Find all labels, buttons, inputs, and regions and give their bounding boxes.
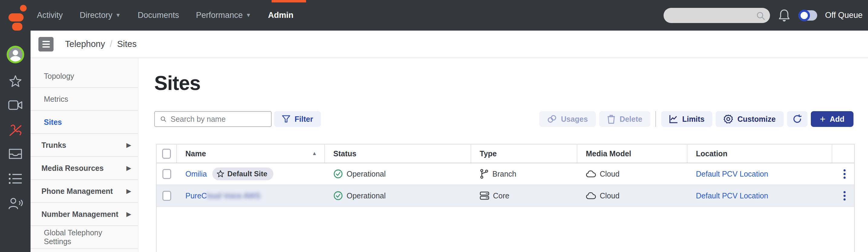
cloud-icon [586, 192, 596, 200]
sites-search [154, 111, 272, 127]
cloud-icon [586, 170, 596, 178]
location-link[interactable]: Default PCV Location [696, 170, 768, 178]
status-operational-icon [333, 169, 343, 179]
filter-funnel-icon [282, 115, 290, 123]
sidebar-item-number-management[interactable]: Number Management ▶ [31, 203, 138, 226]
nav-performance[interactable]: Performance ▼ [196, 10, 251, 20]
left-icon-rail [0, 31, 31, 252]
global-search [663, 8, 770, 23]
column-header-media-model[interactable]: Media Model [577, 144, 687, 163]
favorites-star-icon[interactable] [0, 75, 31, 88]
chevron-right-icon: ▶ [126, 188, 131, 195]
breadcrumb-separator: / [110, 39, 112, 49]
column-header-type[interactable]: Type [471, 144, 577, 163]
toolbar: Filter Usages Delete [154, 111, 854, 127]
trash-icon [607, 114, 616, 124]
delete-button[interactable]: Delete [599, 111, 650, 127]
refresh-icon [793, 114, 802, 124]
sidebar-item-sites[interactable]: Sites [31, 111, 138, 134]
sites-table: Name ▲ Status Type Media Model Location [156, 144, 855, 252]
nav-documents[interactable]: Documents [137, 10, 179, 20]
filter-button[interactable]: Filter [274, 111, 321, 127]
site-name-link[interactable]: Omilia [185, 170, 207, 178]
usages-button[interactable]: Usages [539, 111, 596, 127]
gear-icon [723, 114, 733, 124]
link-icon [547, 114, 557, 123]
page-title: Sites [154, 72, 200, 94]
row-checkbox[interactable] [162, 191, 171, 201]
nav-activity[interactable]: Activity [37, 10, 63, 20]
chevron-down-icon: ▼ [116, 12, 121, 19]
sort-ascending-icon[interactable]: ▲ [312, 150, 317, 157]
add-button[interactable]: + Add [811, 111, 854, 127]
sidebar-item-metrics[interactable]: Metrics [31, 88, 138, 111]
active-tab-accent [272, 0, 306, 2]
search-icon [160, 115, 166, 123]
video-camera-icon[interactable] [0, 100, 31, 111]
customize-button[interactable]: Customize [716, 111, 783, 127]
breadcrumb-page: Sites [117, 39, 136, 49]
table-row: PureCloud Voice AWS Operational Core [157, 185, 854, 207]
column-header-location[interactable]: Location [687, 144, 832, 163]
default-site-badge: Default Site [212, 168, 273, 180]
sidebar-item-topology[interactable]: Topology [31, 65, 138, 88]
row-menu-kebab-icon[interactable] [841, 189, 848, 203]
core-server-icon [480, 191, 489, 200]
breadcrumb-bar: Telephony / Sites [31, 31, 868, 58]
toolbar-actions: Usages Delete Limits [539, 111, 854, 127]
chevron-right-icon: ▶ [126, 141, 131, 149]
chevron-down-icon: ▼ [246, 12, 251, 19]
topbar-right: Off Queue [663, 0, 863, 31]
table-row: Omilia Default Site Operational [157, 163, 854, 185]
breadcrumb: Telephony / Sites [65, 39, 137, 49]
chevron-right-icon: ▶ [126, 165, 131, 172]
sidebar-item-trunks[interactable]: Trunks ▶ [31, 134, 138, 157]
nav-admin[interactable]: Admin [268, 10, 293, 20]
off-queue-label: Off Queue [825, 10, 863, 20]
redacted-site-name: loud Voice AWS [207, 191, 260, 200]
plus-icon: + [820, 114, 826, 124]
row-menu-kebab-icon[interactable] [841, 167, 848, 181]
top-bar: Activity Directory ▼ Documents Performan… [0, 0, 868, 31]
table-header: Name ▲ Status Type Media Model Location [157, 144, 854, 163]
select-all-checkbox[interactable] [162, 149, 171, 159]
sites-search-input[interactable] [170, 115, 271, 123]
chevron-right-icon: ▶ [126, 211, 131, 218]
limits-button[interactable]: Limits [661, 111, 713, 127]
refresh-button[interactable] [787, 111, 807, 127]
sidebar-item-global-telephony-settings[interactable]: Global Telephony Settings [31, 226, 138, 249]
branch-icon [480, 169, 489, 179]
main-content: Sites Filter Usages [138, 58, 868, 252]
user-avatar[interactable] [0, 46, 31, 63]
queues-list-icon[interactable] [0, 173, 31, 185]
toggle-knob [799, 10, 810, 21]
queue-status-toggle[interactable] [799, 10, 817, 21]
nav-directory[interactable]: Directory ▼ [80, 10, 121, 20]
inbox-tray-icon[interactable] [0, 148, 31, 160]
menu-hamburger-button[interactable] [38, 37, 54, 52]
site-name-link[interactable]: PureCloud Voice AWS [185, 191, 260, 200]
location-link[interactable]: Default PCV Location [696, 191, 768, 200]
genesys-logo-icon[interactable] [8, 5, 27, 26]
search-icon [756, 11, 765, 20]
star-icon [217, 170, 224, 178]
primary-nav: Activity Directory ▼ Documents Performan… [37, 0, 293, 31]
column-header-name[interactable]: Name ▲ [177, 144, 325, 163]
column-header-status[interactable]: Status [325, 144, 471, 163]
toolbar-divider [655, 111, 656, 127]
agent-speaking-icon[interactable] [0, 197, 31, 210]
phone-disabled-icon[interactable] [0, 123, 31, 138]
sidebar-item-phone-management[interactable]: Phone Management ▶ [31, 180, 138, 203]
breadcrumb-section[interactable]: Telephony [65, 39, 105, 49]
limits-chart-icon [669, 114, 678, 123]
status-operational-icon [333, 191, 343, 200]
column-header-actions [832, 144, 854, 163]
telephony-sidebar: Topology Metrics Sites Trunks ▶ Media Re… [31, 58, 138, 252]
row-checkbox[interactable] [162, 169, 171, 179]
sidebar-item-media-resources[interactable]: Media Resources ▶ [31, 157, 138, 180]
